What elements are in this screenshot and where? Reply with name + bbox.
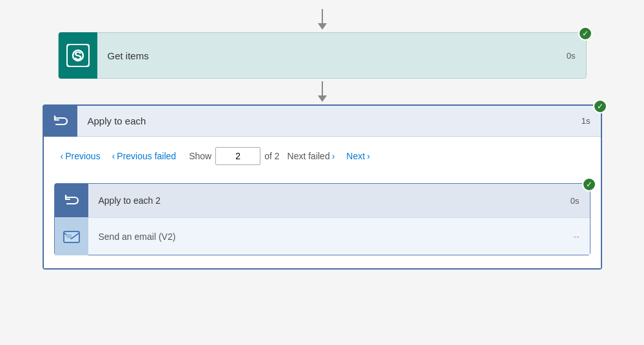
previous-failed-label: Previous failed <box>117 151 176 161</box>
get-items-duration: 0s <box>567 51 586 61</box>
next-failed-label: Next failed <box>288 151 330 161</box>
previous-failed-chevron: ‹ <box>112 151 115 161</box>
page-input[interactable] <box>215 147 260 165</box>
apply-each-2-success-icon: ✓ <box>586 180 592 189</box>
previous-chevron: ‹ <box>61 151 64 161</box>
send-email-title: Send an email (V2) <box>88 232 574 242</box>
apply-each-2-success-badge: ✓ <box>582 177 596 192</box>
apply-each-success-icon: ✓ <box>597 102 603 111</box>
arrow-line-middle <box>322 81 323 95</box>
send-email-card[interactable]: Send an email (V2) -- <box>55 217 590 255</box>
of-label: of 2 <box>264 151 279 161</box>
middle-arrow-connector <box>318 81 327 102</box>
apply-each-2-duration: 0s <box>571 196 590 206</box>
apply-each-duration: 1s <box>581 116 601 126</box>
show-label: Show <box>189 151 211 161</box>
previous-failed-button[interactable]: ‹ Previous failed <box>108 148 181 164</box>
arrow-head-top <box>318 23 327 30</box>
send-email-duration: -- <box>574 232 590 241</box>
apply-each-outer-card[interactable]: Apply to each 1s ✓ ‹ Previous ‹ Previous… <box>43 104 602 270</box>
arrow-head-middle <box>318 95 327 102</box>
apply-each-title: Apply to each <box>77 115 581 126</box>
page-container: S Get items 0s ✓ Apply to each <box>0 0 644 345</box>
svg-rect-4 <box>66 234 72 238</box>
arrow-line-top <box>322 9 323 23</box>
apply-each-2-header: Apply to each 2 0s <box>55 184 590 217</box>
previous-label: Previous <box>65 151 100 161</box>
next-label: Next <box>346 151 365 161</box>
apply-each-icon-bg <box>44 106 77 137</box>
sharepoint-icon-bg: S <box>59 32 97 79</box>
apply-each-2-title: Apply to each 2 <box>88 195 571 206</box>
get-items-title: Get items <box>97 50 567 61</box>
next-button[interactable]: Next › <box>342 148 373 164</box>
get-items-success-icon: ✓ <box>582 29 589 38</box>
get-items-card[interactable]: S Get items 0s ✓ <box>58 32 587 79</box>
send-email-icon-bg <box>55 218 88 255</box>
apply-each-2-icon-bg <box>55 184 88 217</box>
pagination-row: ‹ Previous ‹ Previous failed Show of 2 N… <box>44 137 601 175</box>
apply-each-success-badge: ✓ <box>593 99 607 113</box>
top-arrow-connector <box>318 9 327 30</box>
inner-cards-area: Apply to each 2 0s Send an email (V2) <box>44 175 601 268</box>
loop-icon <box>52 113 69 130</box>
loop-icon-2 <box>63 192 80 209</box>
next-chevron: › <box>367 151 370 161</box>
sharepoint-svg: S <box>68 45 88 66</box>
sharepoint-icon: S <box>66 44 90 67</box>
email-icon <box>63 228 81 246</box>
previous-button[interactable]: ‹ Previous <box>57 148 104 164</box>
apply-each-2-card[interactable]: Apply to each 2 0s Send an email (V2) <box>54 183 590 255</box>
get-items-success-badge: ✓ <box>578 26 592 41</box>
apply-each-header: Apply to each 1s <box>44 106 601 137</box>
next-failed-chevron: › <box>332 151 335 161</box>
next-failed-button[interactable]: Next failed › <box>284 148 339 164</box>
